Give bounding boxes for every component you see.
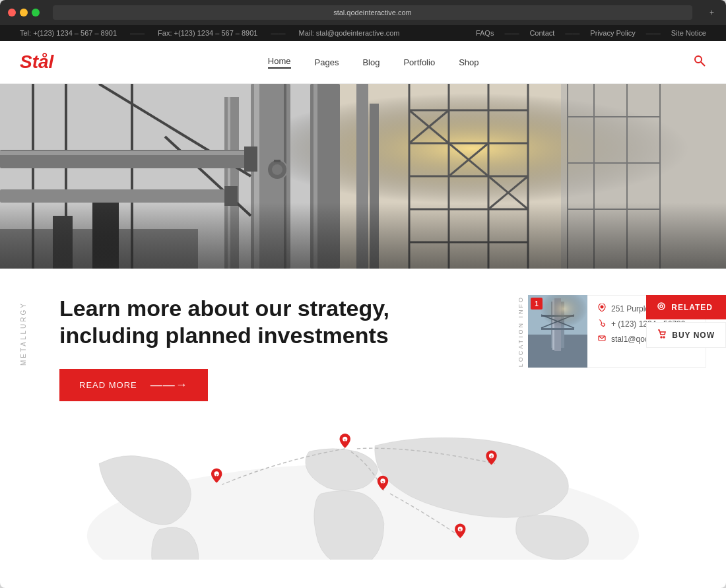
svg-text:3: 3 [381, 480, 383, 484]
content-heading: Learn more about our strategy, including… [59, 295, 422, 349]
hero-section [0, 84, 726, 269]
related-icon [657, 302, 666, 313]
contact-link[interactable]: Contact [529, 29, 554, 37]
world-map: 1 2 3 4 [20, 428, 706, 560]
location-image: 1 [528, 295, 587, 368]
nav-shop[interactable]: Shop [459, 57, 478, 67]
nav-portfolio[interactable]: Portfolio [403, 57, 435, 67]
svg-text:4: 4 [490, 455, 492, 459]
search-icon[interactable] [693, 54, 706, 71]
top-bar-contact: Tel: +(123) 1234 – 567 – 8901 —— Fax: +(… [20, 29, 399, 37]
cart-icon [657, 329, 667, 341]
content-inner: Learn more about our strategy, including… [20, 295, 706, 401]
svg-rect-44 [274, 160, 280, 162]
privacy-link[interactable]: Privacy Policy [590, 29, 635, 37]
nav-home[interactable]: Home [268, 56, 291, 69]
fax-text: Fax: +(123) 1234 – 567 – 8901 [158, 29, 257, 37]
site-header: Stål Home Pages Blog Portfolio Shop [0, 41, 726, 84]
heading-line1: Learn more about our strategy, [59, 296, 389, 321]
svg-point-0 [695, 56, 702, 63]
svg-point-67 [660, 305, 663, 308]
svg-text:1: 1 [344, 438, 346, 442]
site-notice-link[interactable]: Site Notice [671, 29, 706, 37]
mail-text: Mail: stal@qodeinteractive.com [298, 29, 399, 37]
svg-rect-36 [0, 189, 231, 203]
site-logo[interactable]: Stål [20, 51, 53, 73]
arrow-right-icon: ——→ [150, 378, 188, 392]
svg-rect-37 [244, 147, 257, 172]
maximize-button[interactable] [32, 9, 40, 16]
faqs-link[interactable]: FAQs [476, 29, 494, 37]
traffic-lights [8, 9, 40, 16]
close-button[interactable] [8, 9, 16, 16]
address-icon [598, 304, 606, 313]
read-more-label: Read More [79, 380, 137, 390]
content-text: Learn more about our strategy, including… [59, 295, 491, 401]
divider-2: —— [271, 29, 285, 37]
content-section: METALLURGY Learn more about our strategy… [0, 269, 726, 414]
related-button[interactable]: RELATED [646, 295, 726, 319]
hero-background [0, 84, 726, 269]
nav-blog[interactable]: Blog [362, 57, 380, 67]
svg-text:2: 2 [216, 473, 218, 476]
metallurgy-label: METALLURGY [20, 302, 27, 366]
svg-point-68 [661, 337, 662, 338]
svg-rect-35 [0, 151, 251, 155]
tel-text: Tel: +(123) 1234 – 567 – 8901 [20, 29, 117, 37]
divider-1: —— [130, 29, 145, 37]
map-section: 1 2 3 4 [0, 414, 726, 560]
related-label: RELATED [671, 303, 713, 312]
address-bar[interactable]: stal.qodeinteractive.com [53, 5, 692, 20]
right-sidebar: RELATED BUY NOW [646, 295, 726, 348]
main-nav: Home Pages Blog Portfolio Shop [268, 56, 479, 69]
new-tab-button[interactable]: + [706, 7, 718, 18]
heading-line2: including planned investments [59, 323, 389, 348]
svg-line-1 [701, 62, 705, 66]
location-number: 1 [531, 298, 543, 310]
svg-point-69 [663, 337, 665, 338]
svg-rect-53 [0, 203, 726, 269]
location-label: LOCATION INFO [517, 296, 524, 367]
browser-chrome: stal.qodeinteractive.com + [0, 0, 726, 25]
svg-point-64 [601, 306, 604, 309]
top-bar-links: FAQs —— Contact —— Privacy Policy —— Sit… [476, 29, 706, 37]
svg-point-43 [272, 164, 282, 175]
buy-now-label: BUY NOW [672, 331, 715, 340]
nav-pages[interactable]: Pages [315, 57, 339, 67]
phone-icon [598, 319, 606, 329]
top-info-bar: Tel: +(123) 1234 – 567 – 8901 —— Fax: +(… [0, 25, 726, 41]
browser-window: stal.qodeinteractive.com + Tel: +(123) 1… [0, 0, 726, 588]
svg-point-66 [658, 303, 665, 310]
svg-text:5: 5 [459, 528, 461, 532]
url-text: stal.qodeinteractive.com [333, 9, 412, 16]
read-more-button[interactable]: Read More ——→ [59, 369, 208, 401]
email-icon [598, 334, 606, 344]
buy-now-button[interactable]: BUY NOW [646, 322, 726, 348]
minimize-button[interactable] [20, 9, 28, 16]
